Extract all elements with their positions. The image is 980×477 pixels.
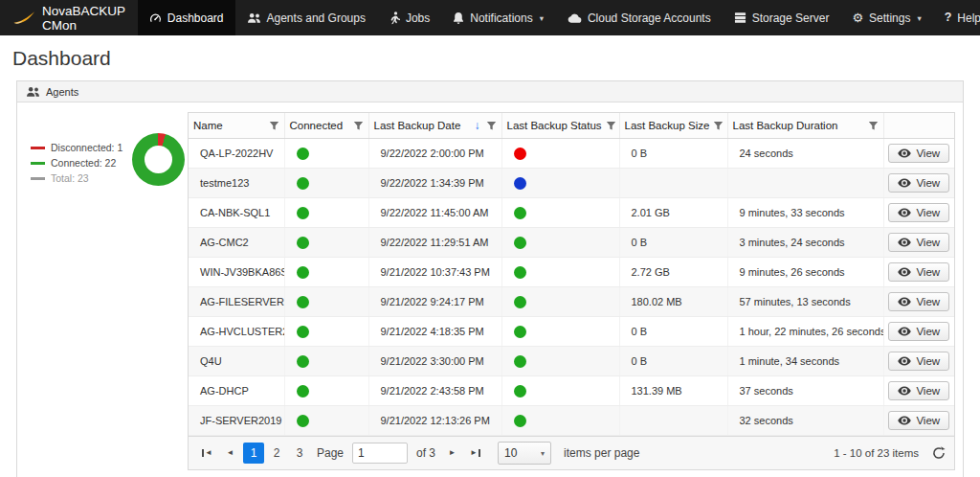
view-button[interactable]: View bbox=[888, 203, 949, 222]
view-button[interactable]: View bbox=[888, 233, 949, 252]
backup-status-dot bbox=[514, 237, 526, 249]
view-button-label: View bbox=[916, 237, 940, 248]
cell-last-backup-duration: 37 seconds bbox=[727, 376, 883, 406]
cell-last-backup-size: 0 B bbox=[619, 139, 727, 169]
connected-status-dot bbox=[297, 415, 309, 427]
agents-icon bbox=[247, 11, 261, 24]
filter-icon[interactable] bbox=[868, 121, 879, 131]
backup-status-dot bbox=[514, 177, 526, 190]
items-per-page-label: items per page bbox=[564, 446, 639, 460]
nav-item-agents-and-groups[interactable]: Agents and Groups bbox=[235, 0, 377, 35]
filter-icon[interactable] bbox=[353, 121, 364, 131]
view-button[interactable]: View bbox=[888, 173, 949, 193]
page-size-value: 10 bbox=[504, 446, 517, 460]
view-button[interactable]: View bbox=[888, 322, 949, 341]
column-header-last-backup-duration[interactable]: Last Backup Duration bbox=[727, 113, 883, 139]
agents-panel-body: Disconnected: 1Connected: 22Total: 23 Na… bbox=[17, 102, 963, 477]
next-page-icon: ► bbox=[449, 449, 457, 457]
nav-item-dashboard[interactable]: Dashboard bbox=[138, 0, 235, 35]
cell-connected bbox=[284, 169, 368, 198]
view-button-label: View bbox=[916, 385, 940, 397]
cell-name: JF-SERVER2019 bbox=[189, 406, 284, 436]
cell-last-backup-duration: 1 hour, 22 minutes, 26 seconds bbox=[727, 317, 883, 347]
eye-icon bbox=[898, 416, 911, 425]
cell-actions: View bbox=[883, 169, 954, 198]
running-person-icon bbox=[389, 11, 400, 25]
backup-status-dot bbox=[514, 355, 526, 368]
table-row: testme1239/22/2022 1:34:39 PMView bbox=[189, 169, 954, 198]
page-button-3[interactable]: 3 bbox=[289, 443, 310, 464]
eye-icon bbox=[898, 178, 911, 188]
first-page-icon bbox=[202, 449, 204, 457]
next-page-button[interactable]: ► bbox=[442, 443, 462, 464]
view-button[interactable]: View bbox=[888, 262, 949, 282]
gear-icon: ⚙ bbox=[852, 11, 863, 24]
cell-last-backup-size: 0 B bbox=[619, 317, 727, 347]
page-title: Dashboard bbox=[12, 47, 980, 70]
cell-name: QA-LP-2022HV bbox=[189, 139, 284, 169]
column-title: Last Backup Duration bbox=[733, 120, 838, 131]
column-header-last-backup-date[interactable]: Last Backup Date↓ bbox=[368, 113, 501, 139]
nav-item-help[interactable]: ?Help▾ bbox=[933, 0, 980, 35]
nav-item-jobs[interactable]: Jobs bbox=[377, 0, 441, 35]
filter-icon[interactable] bbox=[606, 121, 616, 131]
view-button[interactable]: View bbox=[888, 292, 949, 311]
nav-item-notifications[interactable]: Notifications▾ bbox=[441, 0, 555, 35]
table-row: AG-DHCP9/21/2022 2:43:58 PM131.39 MB37 s… bbox=[189, 376, 954, 406]
table-row: CA-NBK-SQL19/22/2022 11:45:00 AM2.01 GB9… bbox=[189, 198, 954, 228]
view-button[interactable]: View bbox=[888, 411, 949, 430]
column-header-connected[interactable]: Connected bbox=[284, 113, 368, 139]
cell-last-backup-date: 9/21/2022 9:24:17 PM bbox=[368, 287, 501, 317]
cell-last-backup-date: 9/22/2022 11:29:51 AM bbox=[368, 228, 501, 258]
page-button-1[interactable]: 1 bbox=[243, 443, 264, 464]
view-button[interactable]: View bbox=[888, 381, 949, 400]
last-page-button[interactable]: ► bbox=[465, 443, 485, 464]
cell-connected bbox=[284, 258, 368, 287]
view-button[interactable]: View bbox=[888, 352, 949, 371]
navbar-items: DashboardAgents and GroupsJobsNotificati… bbox=[138, 0, 980, 35]
cell-actions: View bbox=[883, 376, 954, 406]
connected-status-dot bbox=[297, 296, 309, 308]
sort-descending-icon: ↓ bbox=[475, 120, 480, 131]
view-button-label: View bbox=[916, 296, 940, 307]
column-header-last-backup-size[interactable]: Last Backup Size bbox=[619, 113, 727, 139]
cell-connected bbox=[284, 406, 368, 436]
items-range-label: 1 - 10 of 23 items bbox=[834, 447, 919, 459]
nav-item-cloud-storage-accounts[interactable]: Cloud Storage Accounts bbox=[555, 0, 723, 35]
cell-last-backup-size bbox=[619, 406, 727, 436]
nav-item-settings[interactable]: ⚙Settings▾ bbox=[840, 0, 932, 35]
brand[interactable]: NovaBACKUP CMon bbox=[0, 0, 138, 35]
cell-last-backup-size: 131.39 MB bbox=[619, 376, 727, 406]
page-button-2[interactable]: 2 bbox=[266, 443, 287, 464]
page-number-input[interactable] bbox=[352, 443, 408, 464]
filter-icon[interactable] bbox=[713, 121, 724, 131]
cell-name: AG-FILESERVER bbox=[189, 287, 284, 317]
backup-status-dot bbox=[514, 207, 526, 219]
column-header-name[interactable]: Name bbox=[189, 113, 284, 139]
eye-icon bbox=[898, 356, 911, 366]
view-button[interactable]: View bbox=[888, 144, 949, 163]
filter-icon[interactable] bbox=[486, 121, 497, 131]
nav-item-label: Storage Server bbox=[752, 11, 830, 25]
cell-last-backup-duration: 32 seconds bbox=[727, 406, 883, 436]
view-button-label: View bbox=[916, 148, 940, 159]
cell-last-backup-size: 0 B bbox=[619, 228, 727, 258]
eye-icon bbox=[898, 267, 911, 277]
table-row: AG-FILESERVER9/21/2022 9:24:17 PM180.02 … bbox=[189, 287, 954, 317]
agents-table-body: QA-LP-2022HV9/22/2022 2:00:00 PM0 B24 se… bbox=[189, 139, 954, 436]
refresh-button[interactable] bbox=[932, 446, 946, 460]
agents-grid: NameConnectedLast Backup Date↓Last Backu… bbox=[188, 112, 955, 470]
column-header-last-backup-status[interactable]: Last Backup Status bbox=[501, 113, 619, 139]
view-button-label: View bbox=[916, 326, 940, 337]
cell-last-backup-duration: 24 seconds bbox=[727, 139, 883, 169]
cell-last-backup-duration: 1 minute, 34 seconds bbox=[727, 347, 883, 376]
previous-page-button[interactable]: ◄ bbox=[220, 443, 240, 464]
filter-icon[interactable] bbox=[269, 121, 279, 131]
legend-label: Total: 23 bbox=[51, 172, 89, 184]
page-size-select[interactable]: 10 ▾ bbox=[498, 442, 551, 465]
cell-actions: View bbox=[883, 198, 954, 228]
cell-last-backup-duration: 57 minutes, 13 seconds bbox=[727, 287, 883, 317]
first-page-button[interactable]: ◄ bbox=[197, 443, 217, 464]
nav-item-storage-server[interactable]: Storage Server bbox=[723, 0, 841, 35]
legend-item: Total: 23 bbox=[31, 172, 122, 184]
